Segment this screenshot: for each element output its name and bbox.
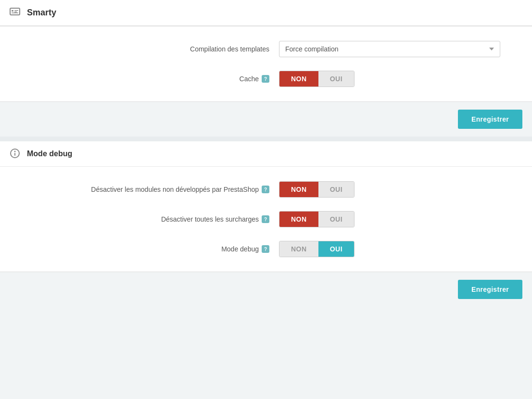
disable-overrides-help-icon[interactable]: ? [262, 215, 269, 223]
debug-section-title: Mode debug [27, 150, 72, 158]
disable-modules-label: Désactiver les modules non développés pa… [10, 186, 279, 193]
cache-help-icon[interactable]: ? [262, 75, 269, 83]
smarty-footer: Enregistrer [0, 101, 532, 137]
disable-modules-control: NON OUI [279, 181, 522, 198]
smarty-save-button[interactable]: Enregistrer [458, 110, 522, 129]
disable-overrides-toggle: NON OUI [279, 211, 355, 227]
debug-section-body: Désactiver les modules non développés pa… [0, 167, 532, 272]
debug-icon [10, 148, 21, 160]
debug-footer: Enregistrer [0, 272, 532, 307]
cache-toggle: NON OUI [279, 71, 355, 87]
disable-modules-non-button[interactable]: NON [279, 182, 318, 197]
svg-point-6 [14, 151, 16, 152]
cache-non-button[interactable]: NON [279, 71, 318, 87]
svg-rect-4 [12, 12, 18, 13]
debug-mode-toggle: NON OUI [279, 241, 355, 257]
disable-overrides-oui-button[interactable]: OUI [318, 212, 354, 227]
cache-oui-button[interactable]: OUI [318, 71, 354, 87]
svg-rect-3 [14, 12, 17, 12]
compilation-row: Compilation des templates Force compilat… [10, 41, 522, 57]
debug-mode-control: NON OUI [279, 241, 522, 257]
page-title: Smarty [27, 8, 56, 18]
compilation-control: Force compilation Never recompile templa… [279, 41, 522, 57]
debug-section: Mode debug Désactiver les modules non dé… [0, 141, 532, 307]
section-divider [0, 137, 532, 141]
cache-label: Cache ? [10, 75, 279, 83]
disable-overrides-row: Désactiver toutes les surcharges ? NON O… [10, 211, 522, 227]
page-header: Smarty [0, 0, 532, 26]
cache-control: NON OUI [279, 71, 522, 87]
svg-rect-1 [12, 10, 13, 12]
smarty-section-body: Compilation des templates Force compilat… [0, 26, 532, 101]
compilation-label: Compilation des templates [10, 45, 279, 53]
disable-modules-help-icon[interactable]: ? [262, 186, 269, 193]
smarty-section: Compilation des templates Force compilat… [0, 26, 532, 137]
disable-overrides-non-button[interactable]: NON [279, 212, 318, 227]
disable-overrides-label: Désactiver toutes les surcharges ? [10, 215, 279, 223]
cache-row: Cache ? NON OUI [10, 71, 522, 87]
smarty-icon [10, 7, 20, 19]
debug-mode-non-button[interactable]: NON [279, 241, 318, 257]
disable-modules-row: Désactiver les modules non développés pa… [10, 181, 522, 198]
debug-save-button[interactable]: Enregistrer [458, 280, 522, 299]
debug-mode-row: Mode debug ? NON OUI [10, 241, 522, 257]
compilation-select[interactable]: Force compilation Never recompile templa… [279, 41, 500, 57]
svg-rect-7 [14, 153, 15, 156]
debug-mode-help-icon[interactable]: ? [262, 245, 269, 253]
disable-modules-toggle: NON OUI [279, 181, 355, 198]
debug-mode-oui-button[interactable]: OUI [318, 241, 354, 257]
disable-overrides-control: NON OUI [279, 211, 522, 227]
debug-section-header: Mode debug [0, 141, 532, 167]
disable-modules-oui-button[interactable]: OUI [318, 182, 354, 197]
svg-rect-2 [14, 10, 18, 11]
debug-mode-label: Mode debug ? [10, 245, 279, 253]
